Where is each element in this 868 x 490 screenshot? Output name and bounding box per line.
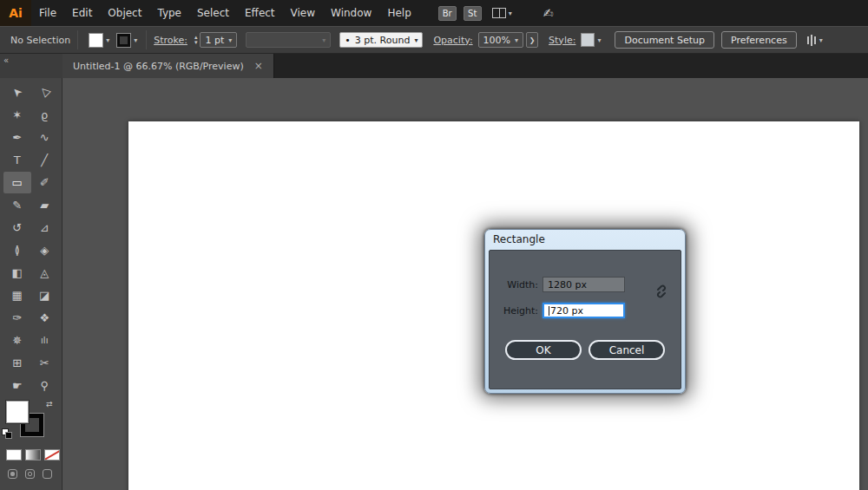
arrange-documents-button[interactable]: ▾ bbox=[492, 8, 512, 18]
none-button[interactable] bbox=[44, 449, 60, 461]
document-tab-title: Untitled-1 @ 66.67% (RGB/Preview) bbox=[73, 61, 244, 72]
feather-icon[interactable]: ✍ bbox=[543, 6, 554, 20]
stroke-weight-stepper[interactable]: ▴ ▾ bbox=[194, 35, 198, 45]
menu-effect[interactable]: Effect bbox=[237, 0, 283, 26]
gradient-tool[interactable]: ◪ bbox=[31, 284, 59, 306]
paint-style-row bbox=[0, 444, 62, 461]
default-fill-stroke-icon[interactable] bbox=[2, 428, 12, 439]
lasso-tool[interactable]: ϱ bbox=[31, 104, 59, 126]
draw-inside-button[interactable] bbox=[43, 469, 52, 479]
menu-view[interactable]: View bbox=[283, 0, 323, 26]
width-tool-icon: ≬ bbox=[15, 244, 20, 257]
close-tab-icon[interactable]: × bbox=[254, 60, 263, 72]
stroke-weight-select[interactable]: 1 pt ▾ bbox=[200, 32, 237, 48]
mesh-tool[interactable]: ▦ bbox=[3, 284, 31, 306]
width-tool[interactable]: ≬ bbox=[3, 239, 31, 261]
curvature-tool-icon: ∿ bbox=[40, 131, 49, 144]
dialog-title[interactable]: Rectangle bbox=[485, 230, 685, 249]
symbol-sprayer-tool[interactable]: ✵ bbox=[3, 330, 31, 351]
column-graph-tool[interactable]: ılı bbox=[31, 330, 59, 351]
rectangle-tool[interactable]: ▭ bbox=[3, 172, 31, 193]
eraser-tool[interactable]: ▰ bbox=[31, 194, 59, 216]
artboard-tool-icon: ⊞ bbox=[12, 356, 22, 369]
dialog-buttons: OK Cancel bbox=[490, 340, 681, 360]
width-value: 1280 px bbox=[548, 279, 587, 291]
artboard-tool[interactable]: ⊞ bbox=[3, 352, 31, 374]
eyedropper-tool[interactable]: ✑ bbox=[3, 307, 31, 329]
tools-grid: ➤ ▷ ✶ ϱ ✒ ∿ T ╱ ▭ ✐ ✎ ▰ ↺ ⊿ ≬ ◈ ◧ ◬ ▦ ◪ … bbox=[0, 78, 62, 396]
chevron-down-icon[interactable]: ▾ bbox=[597, 36, 601, 44]
pen-tool[interactable]: ✒ bbox=[3, 127, 31, 148]
magic-wand-tool[interactable]: ✶ bbox=[3, 104, 31, 126]
preferences-button[interactable]: Preferences bbox=[721, 31, 797, 49]
chevron-down-icon[interactable]: ▾ bbox=[106, 36, 109, 44]
eraser-tool-icon: ▰ bbox=[40, 199, 49, 212]
bridge-button[interactable]: Br bbox=[438, 6, 457, 21]
ok-button[interactable]: OK bbox=[505, 340, 582, 360]
menu-select[interactable]: Select bbox=[189, 0, 237, 26]
menu-edit[interactable]: Edit bbox=[64, 0, 100, 26]
column-graph-tool-icon: ılı bbox=[41, 336, 48, 345]
curvature-tool[interactable]: ∿ bbox=[31, 127, 59, 148]
opacity-panel-link[interactable]: Opacity: bbox=[433, 35, 472, 46]
fill-color-swatch[interactable] bbox=[89, 33, 103, 48]
menu-file[interactable]: File bbox=[31, 0, 64, 26]
color-button[interactable] bbox=[6, 449, 22, 461]
control-bar: No Selection ▾ ▾ Stroke: ▴ ▾ 1 pt ▾ ▾ • … bbox=[0, 26, 868, 54]
collapse-panel-icon[interactable]: « bbox=[3, 56, 9, 65]
align-options-button[interactable]: ▾ bbox=[807, 35, 823, 46]
chevron-down-icon: ▾ bbox=[515, 36, 518, 44]
tools-panel-header[interactable]: « bbox=[0, 54, 62, 78]
fill-swatch[interactable] bbox=[6, 401, 29, 423]
stroke-panel-link[interactable]: Stroke: bbox=[154, 35, 187, 46]
style-panel-link[interactable]: Style: bbox=[549, 35, 575, 46]
shape-builder-tool-icon: ◧ bbox=[12, 266, 23, 279]
width-input[interactable]: 1280 px bbox=[542, 277, 625, 292]
chevron-down-icon[interactable]: ▾ bbox=[134, 36, 137, 44]
slice-tool[interactable]: ✂ bbox=[31, 352, 59, 374]
free-transform-tool[interactable]: ◈ bbox=[31, 239, 59, 261]
shape-builder-tool[interactable]: ◧ bbox=[3, 262, 31, 284]
illustrator-logo[interactable]: Ai bbox=[0, 0, 31, 26]
selection-tool[interactable]: ➤ bbox=[3, 82, 31, 103]
opacity-select[interactable]: 100% ▾ bbox=[478, 32, 523, 48]
gradient-button[interactable] bbox=[25, 449, 41, 461]
graphic-style-swatch[interactable] bbox=[581, 33, 595, 47]
fill-stroke-area: ⇄ bbox=[0, 399, 62, 444]
paintbrush-tool[interactable]: ✐ bbox=[31, 172, 59, 193]
perspective-grid-tool[interactable]: ◬ bbox=[31, 262, 59, 284]
rectangle-dialog: Rectangle Width: 1280 px Height: 720 px bbox=[484, 229, 686, 394]
chevron-down-icon: ▾ bbox=[322, 36, 326, 44]
document-setup-button[interactable]: Document Setup bbox=[615, 31, 714, 49]
scale-tool[interactable]: ⊿ bbox=[31, 217, 59, 238]
type-tool[interactable]: T bbox=[3, 149, 31, 171]
stroke-color-swatch[interactable] bbox=[116, 33, 131, 48]
swap-fill-stroke-icon[interactable]: ⇄ bbox=[46, 400, 53, 408]
zoom-tool[interactable]: ⚲ bbox=[31, 375, 59, 396]
hand-tool-icon: ☛ bbox=[12, 379, 23, 392]
hand-tool[interactable]: ☛ bbox=[3, 375, 31, 396]
menu-object[interactable]: Object bbox=[100, 0, 149, 26]
line-segment-tool[interactable]: ╱ bbox=[31, 149, 59, 171]
direct-selection-tool[interactable]: ▷ bbox=[31, 82, 59, 103]
menu-help[interactable]: Help bbox=[379, 0, 418, 26]
cancel-button[interactable]: Cancel bbox=[589, 340, 665, 360]
rotate-tool[interactable]: ↺ bbox=[3, 217, 31, 238]
draw-normal-button[interactable] bbox=[8, 469, 17, 479]
height-input[interactable]: 720 px bbox=[542, 303, 625, 318]
menu-type[interactable]: Type bbox=[149, 0, 189, 26]
stock-button[interactable]: St bbox=[464, 6, 482, 21]
canvas-pasteboard[interactable]: Rectangle Width: 1280 px Height: 720 px bbox=[62, 78, 868, 490]
document-tab[interactable]: Untitled-1 @ 66.67% (RGB/Preview) × bbox=[62, 54, 274, 78]
text-caret bbox=[549, 306, 549, 316]
opacity-flyout-button[interactable]: ❯ bbox=[526, 32, 538, 48]
brush-definition-select[interactable]: • 3 pt. Round ▾ bbox=[339, 32, 423, 48]
menu-window[interactable]: Window bbox=[323, 0, 379, 26]
dialog-body: Width: 1280 px Height: 720 px bbox=[489, 250, 681, 389]
stepper-down-icon[interactable]: ▾ bbox=[194, 40, 198, 45]
pencil-tool[interactable]: ✎ bbox=[3, 194, 31, 216]
align-icon bbox=[807, 35, 816, 46]
draw-behind-button[interactable] bbox=[25, 469, 35, 479]
constrain-proportions-icon[interactable] bbox=[654, 284, 668, 303]
blend-tool[interactable]: ❖ bbox=[31, 307, 59, 329]
